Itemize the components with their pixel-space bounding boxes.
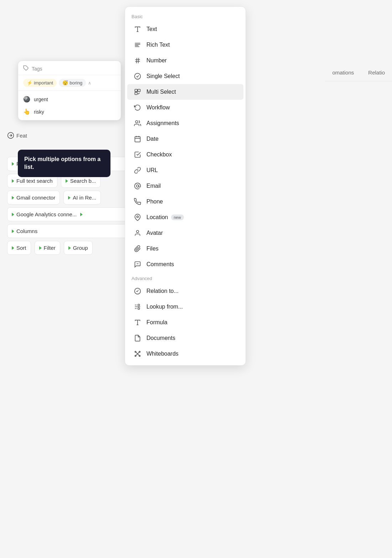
rich-text-icon (134, 41, 141, 49)
tag-option-risky[interactable]: 👆 risky (18, 105, 121, 118)
documents-label: Documents (146, 335, 237, 341)
up-arrow[interactable]: ∧ (88, 81, 91, 86)
svg-line-11 (138, 58, 139, 63)
svg-point-30 (138, 308, 140, 310)
menu-item-whiteboards[interactable]: Whiteboards (127, 346, 243, 362)
svg-line-10 (136, 58, 137, 63)
list-item: Google Analytics conne... (7, 207, 143, 221)
svg-point-12 (135, 73, 141, 79)
tab-relations[interactable]: Relatio (368, 69, 385, 76)
svg-point-35 (135, 355, 136, 356)
svg-rect-13 (135, 89, 138, 92)
workflow-icon (134, 104, 141, 112)
single-select-icon (134, 72, 141, 80)
menu-item-multi-select[interactable]: Multi Select (127, 84, 243, 100)
text-icon (134, 25, 141, 33)
text-label: Text (146, 26, 237, 32)
list-item: Gmail connector (7, 191, 60, 205)
location-label: Location new (146, 214, 237, 221)
checkbox-icon (134, 151, 141, 159)
menu-item-workflow[interactable]: Workflow (127, 100, 243, 115)
menu-item-single-select[interactable]: Single Select (127, 68, 243, 84)
section-label-advanced: Advanced (125, 272, 246, 283)
lookup-label: Lookup from... (146, 304, 237, 310)
menu-item-url[interactable]: URL (127, 162, 243, 178)
tag-option-urgent[interactable]: 🎱 urgent (18, 93, 121, 105)
whiteboards-icon (134, 350, 141, 358)
relation-label: Relation to... (146, 288, 237, 294)
number-icon (134, 57, 141, 64)
section-label-basic: Basic (125, 10, 246, 21)
phone-icon (134, 198, 141, 206)
svg-point-22 (137, 216, 139, 218)
menu-item-number[interactable]: Number (127, 53, 243, 68)
tags-popup: Tags ⚡ important 😴 boring ∧ 🎱 urgent 👆 r… (18, 61, 121, 120)
multi-select-icon (134, 88, 141, 96)
svg-rect-17 (135, 136, 140, 142)
tag-chip-boring[interactable]: 😴 boring (59, 79, 86, 87)
tab-automations[interactable]: omations (332, 69, 354, 76)
tags-selected-area: ⚡ important 😴 boring ∧ (18, 75, 121, 91)
svg-point-36 (139, 355, 140, 356)
menu-item-date[interactable]: Date (127, 131, 243, 147)
assignments-icon (134, 119, 141, 127)
tag-label: boring (69, 80, 82, 86)
tooltip-text: Pick multiple options from a list. (24, 156, 100, 170)
relation-icon (134, 287, 141, 295)
phone-label: Phone (146, 198, 237, 205)
menu-item-text[interactable]: Text (127, 21, 243, 37)
menu-item-checkbox[interactable]: Checkbox (127, 147, 243, 162)
tag-label: important (34, 80, 53, 86)
svg-point-21 (136, 185, 139, 187)
menu-item-documents[interactable]: Documents (127, 330, 243, 346)
number-label: Number (146, 57, 237, 64)
menu-item-formula[interactable]: Formula (127, 315, 243, 330)
menu-item-lookup[interactable]: Lookup from... (127, 299, 243, 315)
tag-emoji: ⚡ (27, 80, 32, 86)
dropdown-scroll-area[interactable]: Basic Text Rich Text (125, 7, 246, 365)
urgent-label: urgent (34, 97, 48, 102)
menu-item-location[interactable]: Location new (127, 210, 243, 225)
rich-text-label: Rich Text (146, 42, 237, 48)
list-item: Filter (35, 241, 60, 255)
tag-emoji: 😴 (62, 80, 68, 86)
svg-point-23 (136, 231, 139, 233)
feature-row: Feat (7, 132, 27, 139)
files-label: Files (146, 246, 237, 252)
multi-select-label: Multi Select (146, 89, 237, 95)
menu-item-rich-text[interactable]: Rich Text (127, 37, 243, 53)
tags-options-list: 🎱 urgent 👆 risky (18, 91, 121, 120)
list-item: AI in Re... (63, 191, 101, 205)
documents-icon (134, 334, 141, 342)
urgent-emoji: 🎱 (23, 96, 30, 103)
svg-point-34 (139, 351, 140, 352)
email-label: Email (146, 183, 237, 189)
field-type-dropdown[interactable]: Basic Text Rich Text (125, 6, 246, 366)
svg-point-16 (135, 121, 138, 123)
files-icon (134, 245, 141, 253)
menu-item-relation[interactable]: Relation to... (127, 283, 243, 299)
tags-header: Tags (18, 61, 121, 75)
url-label: URL (146, 167, 237, 174)
formula-icon (134, 319, 141, 326)
avatar-label: Avatar (146, 230, 237, 236)
menu-item-avatar[interactable]: Avatar (127, 225, 243, 241)
formula-label: Formula (146, 319, 237, 326)
svg-rect-14 (138, 89, 140, 92)
tags-title: Tags (32, 66, 42, 72)
menu-item-files[interactable]: Files (127, 241, 243, 257)
date-icon (134, 135, 141, 143)
list-item: Columns (7, 224, 143, 238)
svg-point-33 (135, 351, 136, 352)
tooltip-description: Pick multiple options from a list. (18, 150, 110, 177)
list-item: Sort (7, 241, 31, 255)
menu-item-assignments[interactable]: Assignments (127, 115, 243, 131)
menu-item-phone[interactable]: Phone (127, 194, 243, 210)
menu-item-email[interactable]: Email (127, 178, 243, 194)
single-select-label: Single Select (146, 73, 237, 79)
menu-item-comments[interactable]: Comments (127, 257, 243, 272)
risky-label: risky (34, 109, 44, 115)
risky-emoji: 👆 (23, 108, 30, 115)
avatar-icon (134, 229, 141, 237)
tag-chip-important[interactable]: ⚡ important (23, 79, 57, 87)
